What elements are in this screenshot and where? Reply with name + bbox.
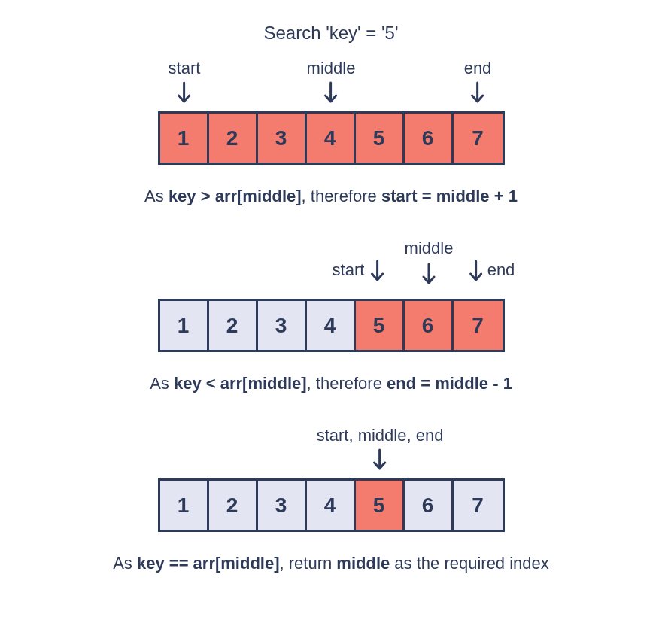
end-pointer: end [464, 59, 492, 105]
pointer-label: middle [405, 238, 454, 258]
exp2-mid: , therefore [307, 374, 387, 393]
middle-pointer: middle [405, 238, 454, 261]
exp3-suffix: as the required index [390, 554, 549, 573]
exp3-cond: key == arr[middle] [137, 554, 280, 573]
arrow-down-icon [372, 448, 388, 472]
array-cell: 1 [160, 114, 209, 163]
search-key-title: Search 'key' = '5' [263, 23, 398, 44]
array-cell: 2 [209, 481, 258, 530]
exp1-res: start = middle + 1 [381, 187, 518, 205]
array-cell: 5 [356, 114, 405, 163]
exp2-prefix: As [150, 374, 174, 393]
pointer-label: end [487, 260, 515, 280]
exp3-mid: , return [280, 554, 337, 573]
binary-search-step-1: Search 'key' = '5' start middle end 1234… [15, 23, 647, 208]
binary-search-step-2: middle start end 1234567 As key < arr[mi… [15, 238, 647, 396]
array-cell: 3 [258, 114, 307, 163]
pointer-label: start, middle, end [317, 426, 444, 445]
binary-search-step-3: start, middle, end 1234567 As key == arr… [15, 426, 647, 576]
pointer-label: end [464, 59, 492, 78]
array-cell: 7 [454, 481, 503, 530]
exp3-res: middle [336, 554, 390, 573]
exp2-res: end = middle - 1 [387, 374, 512, 393]
exp1-mid: , therefore [302, 187, 381, 205]
middle-pointer: middle [307, 59, 356, 105]
start-pointer: start [169, 59, 201, 105]
explanation-1: As key > arr[middle], therefore start = … [144, 184, 518, 208]
array-container-1: start middle end 1234567 [158, 111, 505, 165]
arrow-down-icon [469, 81, 486, 105]
array-cell: 4 [307, 481, 356, 530]
pointer-labels-2: middle start end [158, 238, 505, 299]
explanation-3: As key == arr[middle], return middle as … [113, 551, 549, 576]
array-cell: 6 [405, 481, 454, 530]
array-cell: 6 [405, 114, 454, 163]
pointer-labels-3: start, middle, end [158, 426, 505, 478]
arrow-down-icon [176, 81, 193, 105]
array-cell: 1 [160, 301, 209, 350]
array-container-3: start, middle, end 1234567 [158, 478, 505, 532]
array-cell: 7 [454, 301, 503, 350]
array-cell: 3 [258, 301, 307, 350]
pointer-label: start [169, 59, 201, 78]
array-cell: 5 [356, 301, 405, 350]
array-cell: 4 [307, 114, 356, 163]
end-pointer: end [454, 260, 502, 284]
array-row-3: 1234567 [158, 478, 505, 532]
array-cell: 2 [209, 301, 258, 350]
exp1-cond: key > arr[middle] [169, 187, 302, 205]
middle-arrow [421, 263, 437, 287]
array-container-2: middle start end 1234567 [158, 299, 505, 352]
pointer-labels-1: start middle end [158, 59, 505, 111]
array-cell: 7 [454, 114, 503, 163]
arrow-down-icon [323, 81, 339, 105]
exp1-prefix: As [144, 187, 169, 205]
arrow-down-icon [369, 260, 385, 284]
combined-pointer: start, middle, end [317, 426, 444, 472]
arrow-down-icon [421, 263, 437, 287]
exp3-prefix: As [113, 554, 137, 573]
pointer-label: start [333, 260, 365, 280]
array-cell: 3 [258, 481, 307, 530]
array-cell: 2 [209, 114, 258, 163]
array-row-2: 1234567 [158, 299, 505, 352]
pointer-label: middle [307, 59, 356, 78]
exp2-cond: key < arr[middle] [174, 374, 307, 393]
array-cell: 6 [405, 301, 454, 350]
array-row-1: 1234567 [158, 111, 505, 165]
explanation-2: As key < arr[middle], therefore end = mi… [150, 371, 512, 396]
array-cell: 1 [160, 481, 209, 530]
array-cell: 5 [356, 481, 405, 530]
array-cell: 4 [307, 301, 356, 350]
arrow-down-icon [468, 260, 484, 284]
start-pointer: start [354, 260, 407, 284]
